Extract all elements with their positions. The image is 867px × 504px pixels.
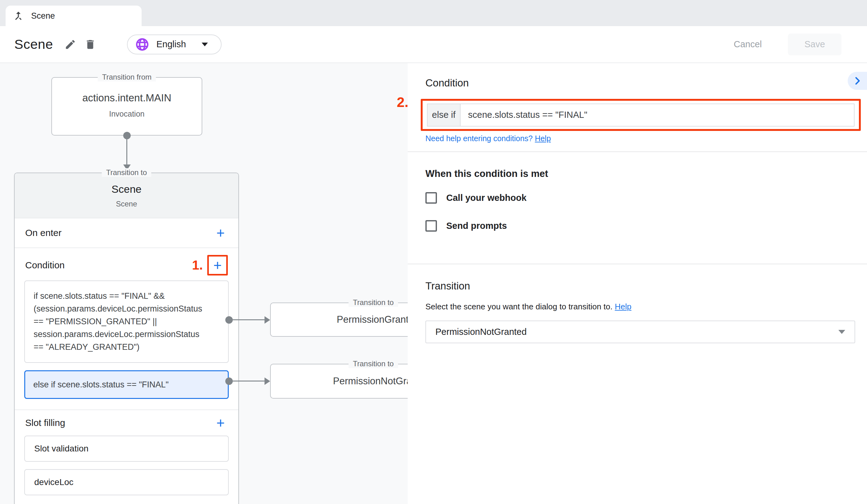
scene-flow-canvas: Transition from actions.intent.MAIN Invo… [0, 63, 408, 504]
tab-label: Scene [31, 11, 55, 21]
elseif-prefix-label: else if [427, 103, 461, 127]
globe-icon [135, 37, 149, 52]
annotation-highlight-box-2: else if [421, 99, 861, 131]
target-box-permission-not-granted[interactable]: Transition to PermissionNotGranted [270, 364, 408, 398]
annotation-step-1: 1. [192, 258, 203, 273]
add-condition-button[interactable]: + [210, 258, 225, 273]
transition-scene-select[interactable]: PermissionNotGranted [425, 320, 855, 343]
selected-scene-value: PermissionNotGranted [435, 327, 526, 337]
condition-help-link[interactable]: Help [535, 134, 551, 143]
scene-name: Scene [111, 183, 141, 195]
divider [408, 264, 867, 264]
tab-scene[interactable]: Scene [6, 6, 142, 26]
page-title: Scene [14, 37, 53, 52]
divider [408, 151, 867, 152]
connector-line [229, 381, 265, 382]
trash-icon [84, 39, 96, 51]
condition-line: session.params.deviceLoc.permissionStatu… [34, 328, 220, 341]
slot-card-deviceloc[interactable]: deviceLoc [24, 469, 229, 495]
condition-line: if scene.slots.status == "FINAL" && [34, 290, 220, 303]
on-enter-section: On enter + [15, 218, 238, 248]
save-button[interactable]: Save [788, 34, 842, 55]
target-scene-name: PermissionNotGranted [333, 375, 408, 387]
annotation-step-2: 2. [397, 94, 409, 110]
dropdown-caret-icon [838, 330, 845, 334]
annotation-highlight-box: + [207, 255, 228, 275]
tab-bar: Scene [0, 0, 867, 26]
condition-detail-panel: Condition else if Need help entering con… [408, 63, 867, 504]
webhook-checkbox[interactable] [425, 192, 437, 204]
collapse-panel-button[interactable] [848, 72, 867, 90]
intent-type: Invocation [52, 109, 202, 119]
intent-name: actions.intent.MAIN [52, 92, 202, 104]
delete-scene-button[interactable] [80, 34, 100, 54]
transition-heading: Transition [425, 280, 470, 292]
slot-name: deviceLoc [34, 477, 73, 487]
condition-card-if[interactable]: if scene.slots.status == "FINAL" && (ses… [24, 281, 229, 363]
connector-arrowhead [123, 164, 131, 170]
scene-card: Transition to Scene Scene On enter + Con… [14, 173, 239, 504]
prompts-checkbox[interactable] [425, 220, 437, 232]
scene-type: Scene [116, 200, 137, 208]
connector-arrowhead [265, 316, 270, 324]
transition-help-link[interactable]: Help [615, 302, 631, 311]
slot-card-validation[interactable]: Slot validation [24, 436, 229, 462]
add-on-enter-button[interactable]: + [213, 225, 228, 241]
condition-help-line: Need help entering conditions? Help [425, 134, 551, 143]
main-area: Transition from actions.intent.MAIN Invo… [0, 63, 867, 504]
condition-line: == "PERMISSION_GRANTED" || [34, 315, 220, 328]
merge-arrow-icon [12, 10, 24, 22]
condition-expression-input[interactable] [461, 103, 855, 127]
edit-scene-button[interactable] [60, 34, 80, 54]
chevron-right-icon [852, 76, 863, 86]
when-met-heading: When this condition is met [425, 168, 548, 179]
panel-condition-heading: Condition [425, 77, 469, 89]
condition-section: Condition 1. + if scene.slots.status == … [15, 248, 238, 410]
chevron-down-icon [202, 43, 208, 46]
slot-filling-label: Slot filling [25, 418, 65, 428]
condition-card-elseif-selected[interactable]: else if scene.slots.status == "FINAL" [24, 370, 229, 399]
app-window: Scene Scene English [0, 0, 867, 504]
help-text: Need help entering conditions? [425, 134, 533, 143]
transition-description: Select the scene you want the dialog to … [425, 302, 631, 311]
target-box-permission-granted[interactable]: Transition to PermissionGranted [270, 303, 408, 337]
slot-filling-section: Slot filling + Slot validation deviceLoc [15, 410, 238, 504]
connector-line [126, 135, 127, 165]
cancel-button[interactable]: Cancel [725, 34, 771, 55]
add-slot-button[interactable]: + [213, 415, 228, 431]
prompts-checkbox-label: Send prompts [446, 221, 507, 231]
language-label: English [156, 39, 186, 50]
header: Scene English Cancel S [0, 26, 867, 63]
webhook-checkbox-label: Call your webhook [446, 193, 526, 203]
transition-from-box[interactable]: Transition from actions.intent.MAIN Invo… [51, 77, 202, 135]
condition-line: == "ALREADY_GRANTED") [34, 341, 220, 353]
connector-line [229, 319, 265, 320]
elseif-text: else if scene.slots.status == "FINAL" [33, 380, 169, 390]
language-selector[interactable]: English [127, 34, 222, 54]
checkbox-row-prompts[interactable]: Send prompts [425, 220, 507, 232]
scene-card-header[interactable]: Scene Scene [15, 173, 238, 218]
pencil-icon [64, 39, 76, 51]
transition-to-legend: Transition to [349, 298, 398, 307]
checkbox-row-webhook[interactable]: Call your webhook [425, 192, 526, 204]
transition-from-legend: Transition from [98, 73, 156, 81]
condition-line: (session.params.deviceLoc.permissionStat… [34, 303, 220, 315]
transition-to-legend: Transition to [349, 359, 398, 368]
slot-name: Slot validation [34, 444, 88, 453]
connector-arrowhead [265, 377, 270, 385]
condition-label: Condition [25, 260, 65, 271]
on-enter-label: On enter [25, 228, 62, 238]
transition-description-text: Select the scene you want the dialog to … [425, 302, 612, 311]
target-scene-name: PermissionGranted [337, 314, 408, 325]
